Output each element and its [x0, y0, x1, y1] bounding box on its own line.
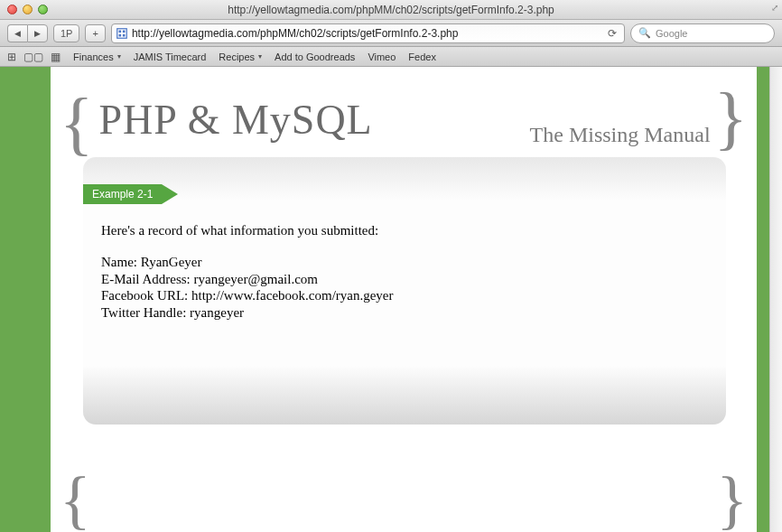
record-line: Twitter Handle: ryangeyer [101, 304, 701, 322]
nav-buttons [7, 24, 48, 42]
vertical-scrollbar[interactable] [769, 67, 782, 532]
top-sites-icon[interactable]: ▦ [51, 51, 61, 63]
svg-rect-0 [117, 28, 127, 38]
record-line: Name: RyanGeyer [101, 254, 701, 271]
page-header: { PHP & MySQL The Missing Manual } [51, 90, 757, 153]
example-badge-label: Example 2-1 [92, 188, 153, 201]
bookmark-item[interactable]: Recipes [219, 51, 262, 62]
bookmark-item[interactable]: Finances [73, 51, 121, 62]
brace-right-icon: } [714, 90, 748, 146]
page-title: PHP & MySQL [98, 96, 372, 144]
footer-brace-right-icon: } [716, 474, 748, 527]
bookmark-item[interactable]: JAMIS Timecard [134, 51, 207, 62]
bookmarks-bar: ⊞ ▢▢ ▦ FinancesJAMIS TimecardRecipesAdd … [0, 47, 782, 67]
forward-button[interactable] [27, 24, 48, 42]
new-tab-button[interactable]: + [85, 24, 105, 42]
show-all-bookmarks-icon[interactable]: ⊞ [7, 51, 16, 63]
favicon-icon [116, 27, 128, 40]
page-viewport: { PHP & MySQL The Missing Manual } Examp… [0, 67, 782, 532]
reload-icon[interactable]: ⟳ [604, 27, 620, 40]
window-title: http://yellowtagmedia.com/phpMM/ch02/scr… [0, 4, 782, 16]
reading-list-icon[interactable]: ▢▢ [23, 51, 43, 63]
back-button[interactable] [7, 24, 27, 42]
search-icon: 🔍 [638, 27, 651, 39]
window-titlebar: http://yellowtagmedia.com/phpMM/ch02/scr… [0, 0, 782, 20]
example-badge: Example 2-1 [83, 184, 162, 204]
bookmark-item[interactable]: Vimeo [368, 51, 396, 62]
record-line: E-Mail Address: ryangeyer@gmail.com [101, 271, 701, 288]
footer-brace-left-icon: { [60, 474, 91, 527]
svg-rect-3 [118, 33, 121, 36]
page-subtitle: The Missing Manual [530, 123, 711, 147]
search-field[interactable]: 🔍 Google [630, 23, 775, 43]
browser-toolbar: 1P + http://yellowtagmedia.com/phpMM/ch0… [0, 20, 782, 47]
brace-left-icon: { [60, 96, 93, 152]
svg-rect-1 [118, 30, 121, 33]
svg-rect-4 [123, 33, 126, 36]
bookmark-item[interactable]: Fedex [408, 51, 436, 62]
page-footer: { } [51, 474, 757, 527]
url-text: http://yellowtagmedia.com/phpMM/ch02/scr… [132, 27, 600, 40]
intro-text: Here's a record of what information you … [101, 222, 701, 239]
svg-rect-2 [123, 30, 126, 33]
form-output: Here's a record of what information you … [101, 222, 701, 322]
bookmark-icons: ⊞ ▢▢ ▦ [7, 51, 61, 63]
onepassword-button[interactable]: 1P [53, 24, 79, 42]
search-placeholder: Google [656, 28, 687, 39]
address-bar[interactable]: http://yellowtagmedia.com/phpMM/ch02/scr… [111, 23, 625, 43]
resize-icon[interactable]: ⤢ [771, 3, 778, 13]
bookmark-item[interactable]: Add to Goodreads [275, 51, 355, 62]
record-line: Facebook URL: http://www.facebook.com/ry… [101, 287, 701, 304]
